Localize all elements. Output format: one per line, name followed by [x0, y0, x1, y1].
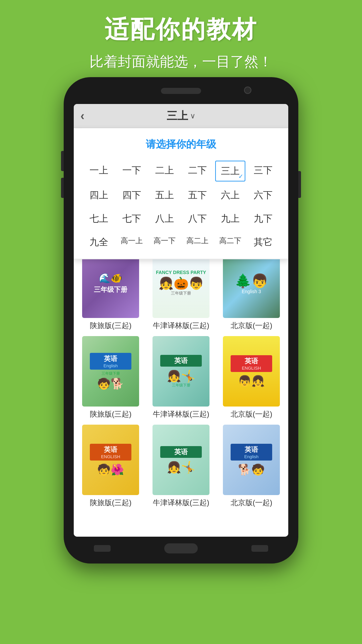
phone-screen: ‹ 三上 ∨ 🌊🐠 三年级下册 陕旅版(三起): [74, 104, 288, 537]
back-button[interactable]: ‹: [80, 109, 84, 123]
textbook-label: 陕旅版(三起): [90, 498, 132, 508]
grade-item-其它[interactable]: 其它: [248, 232, 278, 252]
list-item[interactable]: 🌲👦 English 3 北京版(一起): [218, 248, 285, 331]
list-item[interactable]: 英语 ENGLISH 🧒🌺 陕旅版(三起): [77, 425, 144, 508]
list-item[interactable]: 英语 ENGLISH 👦👧 北京版(一起): [218, 336, 285, 419]
list-item[interactable]: 英语 👧🤸 牛津译林版(三起): [147, 425, 215, 508]
grade-item-高2下[interactable]: 高二下: [215, 232, 245, 252]
textbook-label: 牛津译林版(三起): [153, 321, 209, 331]
grade-item-6下[interactable]: 六下: [248, 185, 278, 205]
grade-item-4下[interactable]: 四下: [117, 185, 147, 205]
grade-item-9全[interactable]: 九全: [84, 232, 114, 252]
grade-item-7上[interactable]: 七上: [84, 209, 114, 228]
book-cover: 英语 ENGLISH 🧒🌺: [82, 425, 139, 495]
phone-speaker: [161, 88, 201, 94]
grade-picker-overlay: 请选择你的年级 一上 一下 二上 二下 三上✓ 三下 四上 四下 五上 五下 六…: [74, 128, 288, 259]
top-header-area: 适配你的教材 比着封面就能选，一目了然！: [0, 13, 362, 71]
grade-item-3下[interactable]: 三下: [248, 161, 278, 181]
list-item[interactable]: 英语 👧🤸 三年级下册 牛津译林版(三起): [147, 336, 215, 419]
recent-apps-button[interactable]: [94, 545, 111, 552]
textbook-label: 牛津译林版(三起): [153, 409, 209, 419]
grade-item-2上[interactable]: 二上: [149, 161, 180, 181]
grade-item-8下[interactable]: 八下: [182, 209, 213, 228]
header-title: 三上: [167, 109, 188, 123]
grade-item-4上[interactable]: 四上: [84, 185, 114, 205]
grade-picker-title: 请选择你的年级: [84, 138, 278, 151]
grade-item-1上[interactable]: 一上: [84, 161, 114, 181]
volume-down-button: [61, 178, 64, 198]
grade-item-2下[interactable]: 二下: [182, 161, 213, 181]
book-cover: 英语 ENGLISH 👦👧: [223, 336, 280, 407]
power-button: [298, 171, 301, 198]
main-subtitle: 比着封面就能选，一目了然！: [0, 52, 362, 71]
volume-up-button: [61, 151, 64, 171]
book-cover: 英语 English 🐕🧒: [223, 425, 280, 495]
grade-item-1下[interactable]: 一下: [117, 161, 147, 181]
textbook-label: 北京版(一起): [231, 409, 273, 419]
list-item[interactable]: 🌊🐠 三年级下册 陕旅版(三起): [77, 248, 144, 331]
grade-item-9上[interactable]: 九上: [215, 209, 245, 228]
list-item[interactable]: 英语 English 🐕🧒 北京版(一起): [218, 425, 285, 508]
textbook-label: 北京版(一起): [231, 321, 273, 331]
grade-item-高2上[interactable]: 高二上: [182, 232, 213, 252]
book-cover: 英语 👧🤸 三年级下册: [153, 336, 209, 407]
grade-item-5下[interactable]: 五下: [182, 185, 213, 205]
grade-item-9下[interactable]: 九下: [248, 209, 278, 228]
dropdown-icon[interactable]: ∨: [190, 112, 195, 120]
grade-item-高1上[interactable]: 高一上: [117, 232, 147, 252]
grade-item-3上[interactable]: 三上✓: [215, 161, 245, 181]
nav-back-button[interactable]: [251, 545, 268, 552]
main-title: 适配你的教材: [0, 13, 362, 46]
grade-item-高1下[interactable]: 高一下: [149, 232, 180, 252]
grade-item-8上[interactable]: 八上: [149, 209, 180, 228]
book-cover: 英语 English 三年级下册 🧒🐕: [82, 336, 139, 407]
list-item[interactable]: FANCY DRESS PARTY 👧🎃👦 三年级下册 牛津译林版(三起): [147, 248, 215, 331]
home-button[interactable]: [164, 543, 198, 553]
list-item[interactable]: 英语 English 三年级下册 🧒🐕 陕旅版(三起): [77, 336, 144, 419]
textbook-label: 陕旅版(三起): [90, 409, 132, 419]
textbook-label: 陕旅版(三起): [90, 321, 132, 331]
grade-item-7下[interactable]: 七下: [117, 209, 147, 228]
app-header: ‹ 三上 ∨: [74, 104, 288, 128]
grade-item-6上[interactable]: 六上: [215, 185, 245, 205]
textbook-label: 北京版(一起): [231, 498, 273, 508]
phone-camera: [244, 87, 251, 94]
book-cover: 英语 👧🤸: [153, 425, 209, 495]
grade-grid: 一上 一下 二上 二下 三上✓ 三下 四上 四下 五上 五下 六上 六下 七上 …: [84, 161, 278, 252]
grade-item-5上[interactable]: 五上: [149, 185, 180, 205]
phone-shell: ‹ 三上 ∨ 🌊🐠 三年级下册 陕旅版(三起): [64, 77, 298, 564]
textbook-label: 牛津译林版(三起): [153, 498, 209, 508]
